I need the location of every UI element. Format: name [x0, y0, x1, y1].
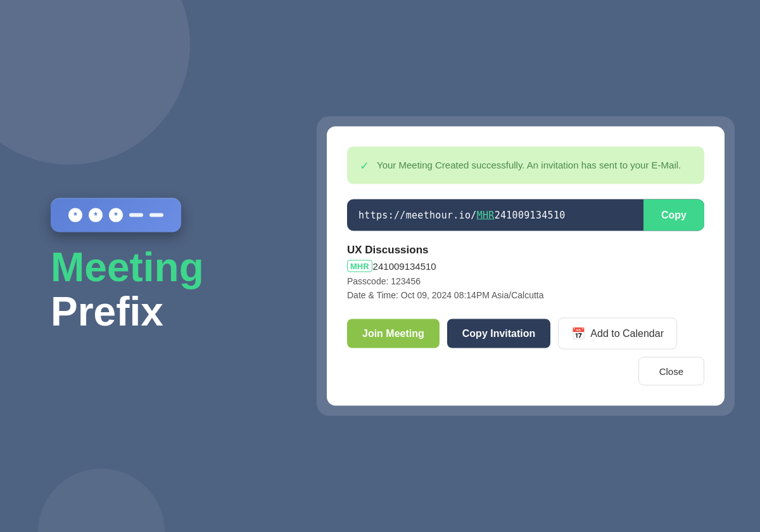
add-to-calendar-label: Add to Calendar	[590, 328, 664, 339]
success-message: Your Meeting Created successfully. An in…	[377, 158, 681, 173]
left-section: * * * Meeting Prefix	[51, 198, 204, 334]
bg-circle-top	[0, 0, 190, 165]
url-highlight: MHR	[477, 210, 495, 221]
left-title: Meeting Prefix	[51, 245, 204, 334]
url-prefix: https://meethour.io/	[358, 210, 477, 221]
url-number: 241009134510	[495, 210, 566, 221]
meeting-id-prefix: MHR	[347, 260, 372, 272]
url-display: https://meethour.io/MHR241009134510	[347, 200, 643, 231]
meeting-id-number: 241009134510	[373, 261, 436, 272]
passcode-dot-1: *	[68, 208, 82, 222]
datetime-value: Date & Time: Oct 09, 2024 08:14PM Asia/C…	[347, 290, 544, 300]
right-panel: ✓ Your Meeting Created successfully. An …	[317, 117, 735, 416]
panel-inner: ✓ Your Meeting Created successfully. An …	[327, 127, 725, 406]
passcode-dash-2	[149, 213, 163, 217]
actions-row: Join Meeting Copy Invitation 📅 Add to Ca…	[347, 318, 704, 350]
close-button[interactable]: Close	[638, 357, 704, 386]
close-row: Close	[347, 357, 704, 386]
copy-invitation-button[interactable]: Copy Invitation	[447, 319, 551, 348]
meeting-title: UX Discussions	[347, 244, 704, 256]
meeting-label: Meeting	[51, 245, 204, 289]
url-bar: https://meethour.io/MHR241009134510 Copy	[347, 200, 704, 231]
passcode-dot-2: *	[89, 208, 103, 222]
passcode-label: Passcode: 123456	[347, 276, 421, 286]
prefix-label: Prefix	[51, 289, 204, 334]
passcode-dash-1	[129, 213, 143, 217]
datetime-row: Date & Time: Oct 09, 2024 08:14PM Asia/C…	[347, 290, 704, 300]
passcode-row: Passcode: 123456	[347, 276, 704, 286]
join-meeting-button[interactable]: Join Meeting	[347, 319, 440, 348]
bg-circle-bottom	[38, 469, 165, 532]
copy-button[interactable]: Copy	[643, 200, 704, 231]
calendar-icon: 📅	[571, 327, 585, 341]
add-to-calendar-button[interactable]: 📅 Add to Calendar	[558, 318, 677, 350]
passcode-badge: * * *	[51, 198, 181, 232]
passcode-dot-3: *	[109, 208, 123, 222]
meeting-id-row: MHR241009134510	[347, 260, 704, 272]
panel-outer: ✓ Your Meeting Created successfully. An …	[317, 117, 735, 416]
success-check-icon: ✓	[360, 159, 369, 173]
success-banner: ✓ Your Meeting Created successfully. An …	[347, 147, 704, 184]
